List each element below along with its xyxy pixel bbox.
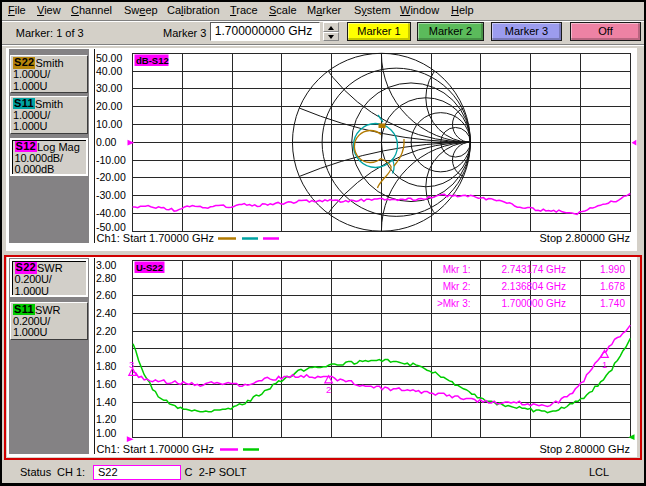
svg-text:>Mkr 3:: >Mkr 3: <box>437 298 471 309</box>
svg-text:dB-S12: dB-S12 <box>136 55 169 66</box>
svg-text:1.700000 GHz: 1.700000 GHz <box>502 298 567 309</box>
svg-text:-40.00: -40.00 <box>96 207 126 219</box>
svg-text:2.00: 2.00 <box>96 343 117 355</box>
svg-text:1: 1 <box>602 359 607 370</box>
svg-text:Stop 2.80000 GHz: Stop 2.80000 GHz <box>539 443 630 455</box>
svg-text:0.00: 0.00 <box>96 136 117 148</box>
svg-text:30.00: 30.00 <box>96 82 122 94</box>
svg-text:-20.00: -20.00 <box>96 171 126 183</box>
svg-text:50.00: 50.00 <box>96 52 122 64</box>
svg-text:Mkr 1:: Mkr 1: <box>443 264 471 275</box>
svg-text:2.136804 GHz: 2.136804 GHz <box>502 281 567 292</box>
svg-text:2.743174 GHz: 2.743174 GHz <box>502 264 567 275</box>
svg-text:10.00: 10.00 <box>96 118 122 130</box>
svg-text:2.80: 2.80 <box>96 272 117 284</box>
svg-text:1.678: 1.678 <box>600 281 625 292</box>
svg-text:1.00: 1.00 <box>96 427 117 439</box>
svg-text:-10.00: -10.00 <box>96 154 126 166</box>
svg-text:1.40: 1.40 <box>96 396 117 408</box>
svg-text:Ch1: Start 1.70000 GHz: Ch1: Start 1.70000 GHz <box>97 232 214 244</box>
svg-text:1.60: 1.60 <box>96 378 117 390</box>
svg-text:1.990: 1.990 <box>600 264 625 275</box>
svg-text:20.00: 20.00 <box>96 100 122 112</box>
svg-text:2.40: 2.40 <box>96 307 117 319</box>
svg-text:Stop 2.80000 GHz: Stop 2.80000 GHz <box>539 232 630 244</box>
svg-text:1.80: 1.80 <box>96 360 117 372</box>
svg-text:3: 3 <box>129 359 134 370</box>
svg-text:2.60: 2.60 <box>96 289 117 301</box>
svg-text:1.20: 1.20 <box>96 413 117 425</box>
svg-text:2.20: 2.20 <box>96 325 117 337</box>
svg-text:2: 2 <box>326 384 331 395</box>
svg-text:40.00: 40.00 <box>96 65 122 77</box>
svg-text:Ch1: Start 1.70000 GHz: Ch1: Start 1.70000 GHz <box>97 443 214 455</box>
svg-text:Mkr 2:: Mkr 2: <box>443 281 471 292</box>
svg-text:3.00: 3.00 <box>96 259 117 271</box>
svg-text:1.740: 1.740 <box>600 298 625 309</box>
svg-text:-30.00: -30.00 <box>96 189 126 201</box>
svg-text:U-S22: U-S22 <box>136 262 163 273</box>
